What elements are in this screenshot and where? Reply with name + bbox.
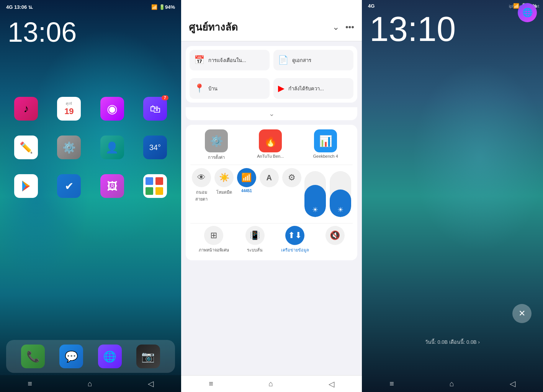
p3-nav-menu[interactable]: ≡ [389, 379, 394, 388]
nav-back[interactable]: ◁ [148, 379, 154, 388]
toggle-darkmode[interactable]: ☀️ โหมดมืด [213, 168, 236, 196]
p3-signal: 4G [368, 3, 375, 9]
slider1-icon: ☀ [312, 206, 318, 214]
p1-clock: 13:06 [0, 13, 181, 48]
toggle-eyecare-label: ถนอมสายตา [190, 189, 213, 203]
quick-settings-icon: ⚙️ [205, 129, 228, 152]
toggle-eyecare-circle: 👁 [192, 168, 211, 187]
darkmode-icon: ☀️ [219, 173, 229, 183]
slider2[interactable]: ☀ [330, 171, 351, 217]
slider1[interactable]: ☀ [304, 171, 326, 217]
a-icon: A [267, 173, 272, 182]
shortcuts-panel: 📅 การแจ้งเตือนใน... 📄 ดูเอกสาร 📍 บ้าน ▶ … [186, 46, 357, 103]
p1-statusbar: 4G 13:06 น. 📶 🔋94% [0, 0, 181, 13]
app-itheme-icon: ◉ [100, 97, 124, 121]
p1-wifi-icon: 📶 [151, 4, 157, 10]
eyecare-icon: 👁 [197, 173, 206, 183]
toggle-wifi-circle: 📶 [237, 168, 256, 187]
app-imanager-icon: ✔ [57, 174, 81, 198]
toggle-row: 👁 ถนอมสายตา ☀️ โหมดมืด 📶 44451 A [190, 165, 353, 223]
toggle-gear[interactable]: ⚙ [280, 168, 303, 187]
data-icon: ⬆⬇ [285, 226, 304, 245]
data-label: เครือข่ายข้อมูล [281, 247, 309, 253]
quick-geekbench[interactable]: 📊 Geekbench 4 [313, 129, 338, 161]
quick-settings-label: การตั้งค่า [208, 154, 225, 161]
chevron-down-icon[interactable]: ⌄ [332, 22, 339, 32]
toggle-wifi[interactable]: 📶 44451 [236, 168, 258, 193]
vibrate-icon: 📳 [245, 226, 265, 245]
toggle-data[interactable]: ⬆⬇ เครือข่ายข้อมูล [281, 226, 309, 253]
slider2-icon: ☀ [337, 206, 343, 214]
app-album-icon: 🖼 [100, 174, 124, 198]
p2-nav-back[interactable]: ◁ [329, 379, 334, 389]
toggle-sound[interactable]: 🔇 [325, 226, 345, 253]
dock-phone[interactable]: 📞 [21, 345, 45, 368]
p2-navbar: ≡ ⌂ ◁ [181, 375, 362, 392]
toggle-vibrate[interactable]: 📳 ระบบสั่น [245, 226, 265, 253]
p1-status-right: 📶 🔋94% [151, 4, 175, 10]
p2-header: ศูนย์ทางลัด ⌄ ••• [181, 0, 362, 41]
toggle-darkmode-label: โหมดมืด [216, 189, 232, 196]
chevron-right-icon: › [478, 339, 479, 345]
quick-antutu[interactable]: 🔥 AnTuTu Ben... [257, 129, 284, 161]
p2-title: ศูนย์ทางลัด [189, 19, 238, 35]
p3-nav-back[interactable]: ◁ [510, 379, 515, 388]
p2-nav-menu[interactable]: ≡ [209, 379, 213, 388]
p3-nav-home[interactable]: ⌂ [450, 379, 454, 388]
shortcut-row1: 📅 การแจ้งเตือนใน... 📄 ดูเอกสาร [186, 46, 357, 74]
quick-apps-row1: ⚙️ การตั้งค่า 🔥 AnTuTu Ben... 📊 Geekbenc… [190, 129, 353, 161]
nav-menu[interactable]: ≡ [28, 379, 32, 388]
quick-geekbench-label: Geekbench 4 [313, 154, 338, 158]
shortcut-notification[interactable]: 📅 การแจ้งเตือนใน... [190, 50, 270, 70]
screenshot-label: ภาพหน้าจอพิเศษ [199, 247, 229, 253]
toggle-eyecare[interactable]: 👁 ถนอมสายตา [190, 168, 213, 203]
expand-icon[interactable]: ⌄ [269, 109, 275, 118]
shortcut-home-icon: 📍 [194, 83, 204, 93]
panel1-homescreen: 4G 13:06 น. 📶 🔋94% 13:06 19 ก.ค. ศ. เขตบ… [0, 0, 181, 392]
panel3-lockscreen: iphone.droid.net 4G 📶 🔋94% 🌐 13:10 ศ. 19… [362, 0, 543, 392]
p3-clock: 13:10 [362, 10, 543, 46]
dock-messages[interactable]: 💬 [59, 345, 83, 368]
panel2-quicksettings: ศูนย์ทางลัด ⌄ ••• 📅 การแจ้งเตือนใน... 📄 … [181, 0, 362, 392]
shortcut-row2: 📍 บ้าน ▶ กำลังได้รับควา... [186, 74, 357, 103]
dismiss-button[interactable]: ✕ [512, 304, 532, 323]
sound-icon: 🔇 [325, 226, 345, 245]
shortcut-notif-label: การแจ้งเตือนใน... [208, 56, 246, 64]
app-vappstore-badge: 7 [162, 95, 168, 100]
app-imusic-icon: ♪ [14, 97, 38, 121]
sliders: ☀ ☀ [303, 168, 353, 220]
quick-settings[interactable]: ⚙️ การตั้งค่า [205, 129, 228, 161]
quick-antutu-label: AnTuTu Ben... [257, 154, 284, 158]
gear-toggle-icon: ⚙ [288, 173, 296, 183]
p1-status-left: 4G 13:06 น. [6, 3, 33, 11]
shortcut-docs[interactable]: 📄 ดูเอกสาร [273, 50, 353, 70]
nav-home[interactable]: ⌂ [88, 379, 92, 388]
expand-section[interactable]: ⌄ [186, 107, 357, 120]
shortcut-youtube-label: กำลังได้รับควา... [288, 85, 324, 93]
shortcut-docs-icon: 📄 [278, 55, 288, 65]
shortcut-docs-label: ดูเอกสาร [292, 56, 311, 64]
dock-camera[interactable]: 📷 [136, 345, 160, 368]
toggle-darkmode-circle: ☀️ [214, 168, 234, 187]
screenshot-icon: ⊞ [204, 226, 223, 245]
more-options-icon[interactable]: ••• [345, 22, 354, 32]
dock-browser[interactable]: 🌐 [98, 345, 122, 368]
p2-nav-home[interactable]: ⌂ [268, 379, 273, 388]
p1-battery: 🔋94% [159, 4, 175, 10]
app-google-icon [143, 174, 167, 198]
quick-apps-grid: ⚙️ การตั้งค่า 🔥 AnTuTu Ben... 📊 Geekbenc… [186, 125, 357, 260]
bottom-toggle-row: ⊞ ภาพหน้าจอพิเศษ 📳 ระบบสั่น ⬆⬇ เครือข่าย… [190, 223, 353, 256]
shortcut-home[interactable]: 📍 บ้าน [190, 78, 270, 99]
app-settings-icon: ⚙️ [57, 136, 81, 159]
dock: 📞 💬 🌐 📷 [6, 340, 175, 373]
vibrate-label: ระบบสั่น [247, 247, 263, 253]
p2-header-actions: ⌄ ••• [332, 22, 354, 32]
p3-navbar: ≡ ⌂ ◁ [362, 375, 543, 392]
p1-navbar: ≡ ⌂ ◁ [0, 375, 181, 392]
toggle-a[interactable]: A [258, 168, 280, 187]
shortcut-home-label: บ้าน [208, 85, 218, 93]
shortcut-youtube[interactable]: ▶ กำลังได้รับควา... [273, 78, 353, 99]
toggle-screenshot[interactable]: ⊞ ภาพหน้าจอพิเศษ [199, 226, 229, 253]
dock-camera-icon: 📷 [136, 345, 160, 368]
p3-statusbar: 4G 📶 🔋94% [362, 0, 543, 10]
